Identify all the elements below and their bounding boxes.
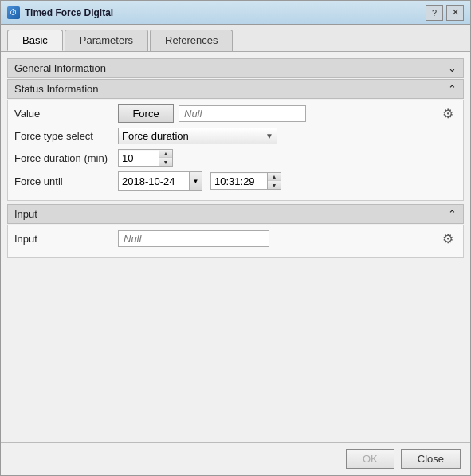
force-until-row: Force until ▼ ▲ ▼	[14, 171, 457, 191]
input-section-header[interactable]: Input ⌃	[7, 204, 464, 224]
force-duration-up-btn[interactable]: ▲	[159, 150, 172, 158]
force-until-time-spinbox-buttons: ▲ ▼	[267, 173, 281, 189]
footer: OK Close	[1, 442, 470, 475]
tab-basic[interactable]: Basic	[7, 30, 63, 51]
content-area: General Information ⌄ Status Information…	[1, 52, 470, 442]
tab-references[interactable]: References	[150, 30, 233, 51]
force-until-label: Force until	[14, 175, 118, 187]
force-until-control: ▼ ▲ ▼	[118, 171, 457, 191]
input-row: Input ⚙	[14, 230, 457, 247]
value-control: Force ⚙	[118, 104, 457, 123]
close-window-button[interactable]: ✕	[446, 5, 464, 21]
select-arrow-icon: ▼	[265, 132, 273, 140]
force-until-time: ▲ ▼	[210, 172, 281, 190]
force-until-time-input[interactable]	[211, 174, 267, 189]
force-duration-row: Force duration (min) ▲ ▼	[14, 149, 457, 167]
tab-parameters[interactable]: Parameters	[65, 30, 148, 51]
force-duration-control: ▲ ▼	[118, 149, 457, 167]
force-type-select[interactable]: Force duration ▼	[118, 128, 277, 144]
general-information-header[interactable]: General Information ⌄	[7, 58, 464, 78]
force-type-label: Force type select	[14, 130, 118, 142]
force-button[interactable]: Force	[118, 104, 174, 123]
force-duration-input[interactable]	[119, 151, 159, 166]
status-information-header[interactable]: Status Information ⌃	[7, 79, 464, 99]
general-info-chevron: ⌄	[448, 62, 457, 74]
value-null-input[interactable]	[179, 105, 306, 122]
help-button[interactable]: ?	[426, 5, 443, 21]
title-bar-buttons: ? ✕	[426, 5, 464, 21]
input-null-input[interactable]	[118, 230, 269, 247]
force-duration-spinbox-buttons: ▲ ▼	[159, 150, 172, 166]
value-settings-icon[interactable]: ⚙	[439, 105, 457, 123]
input-control: ⚙	[118, 230, 457, 247]
ok-button[interactable]: OK	[346, 449, 394, 469]
value-row: Value Force ⚙	[14, 104, 457, 123]
status-info-chevron: ⌃	[448, 83, 457, 95]
force-until-date-input[interactable]	[119, 174, 189, 189]
force-until-time-down-btn[interactable]: ▼	[268, 181, 281, 189]
force-until-date-btn[interactable]: ▼	[189, 172, 202, 190]
force-duration-down-btn[interactable]: ▼	[159, 158, 172, 166]
force-until-time-up-btn[interactable]: ▲	[268, 173, 281, 181]
force-type-row: Force type select Force duration ▼	[14, 128, 457, 144]
force-until-date: ▼	[118, 171, 202, 191]
title-bar: ⏱ Timed Force Digital ? ✕	[1, 1, 470, 25]
window-title: Timed Force Digital	[25, 7, 426, 18]
tabs-bar: Basic Parameters References	[1, 25, 470, 52]
force-duration-label: Force duration (min)	[14, 152, 118, 164]
input-settings-icon[interactable]: ⚙	[439, 230, 457, 247]
input-label: Input	[14, 233, 118, 245]
close-button[interactable]: Close	[401, 449, 461, 469]
main-window: ⏱ Timed Force Digital ? ✕ Basic Paramete…	[0, 0, 471, 476]
value-label: Value	[14, 108, 118, 120]
app-icon: ⏱	[7, 6, 20, 19]
force-duration-spinbox: ▲ ▼	[118, 149, 173, 167]
input-chevron: ⌃	[448, 208, 457, 220]
status-information-body: Value Force ⚙ Force type select Force du…	[7, 100, 464, 201]
input-section-body: Input ⚙	[7, 225, 464, 258]
force-type-control: Force duration ▼	[118, 128, 457, 144]
